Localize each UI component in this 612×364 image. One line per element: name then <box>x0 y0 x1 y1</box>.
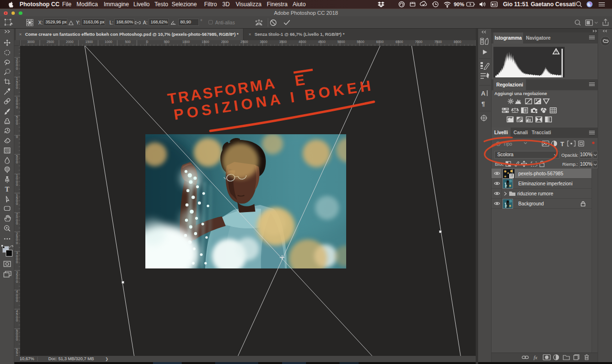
svg-text:T: T <box>5 186 10 193</box>
svg-text:fx: fx <box>534 354 537 360</box>
svg-text:¶: ¶ <box>481 100 485 107</box>
svg-text:Riemp.:: Riemp.: <box>562 161 578 167</box>
svg-text:A: A <box>481 90 486 97</box>
